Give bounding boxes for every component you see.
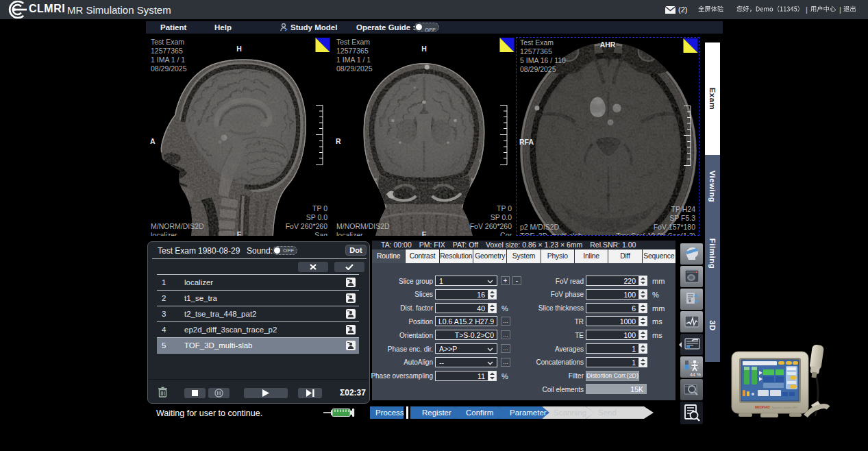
data-transfer-icon[interactable] xyxy=(680,289,703,310)
mail-count[interactable]: (2) xyxy=(678,0,687,19)
status-ta: TA: 00:00 xyxy=(381,241,412,249)
spinner-arrows-icon xyxy=(639,290,647,299)
spinner-arrows-icon xyxy=(639,358,647,367)
logout-link[interactable]: 退出 xyxy=(843,0,856,19)
remove-button[interactable] xyxy=(298,262,328,272)
sequence-row[interactable]: 3t2_tse_tra_448_pat2 xyxy=(157,306,359,322)
stop-button[interactable] xyxy=(184,388,206,398)
dot-button[interactable]: Dot xyxy=(345,245,367,256)
viewport-sagittal[interactable]: Test Exam 12577365 1 IMA 1 / 1 08/29/202… xyxy=(147,37,331,236)
spinner[interactable] xyxy=(639,330,647,340)
param-input[interactable]: 1000 xyxy=(586,316,639,326)
sequence-row[interactable]: 1localizer xyxy=(157,275,359,291)
param-readonly: 15K xyxy=(586,384,647,394)
patient-card-icon[interactable] xyxy=(346,341,356,353)
param-input[interactable]: 100 xyxy=(586,289,639,300)
svg-text:MEDRAD: MEDRAD xyxy=(755,405,770,409)
protocol-search-icon[interactable] xyxy=(680,402,703,424)
sequence-number: 2 xyxy=(162,294,166,302)
trash-icon[interactable] xyxy=(158,387,168,400)
user-center-link[interactable]: 用户中心 xyxy=(810,0,836,19)
param-label: TE xyxy=(575,332,584,339)
sound-label: Sound: xyxy=(247,246,273,256)
skip-button[interactable] xyxy=(298,388,322,398)
fullscreen-link[interactable]: 全屏体验 xyxy=(698,0,725,19)
ptab-system[interactable]: System xyxy=(507,249,541,263)
tab-viewing[interactable]: Viewing xyxy=(705,155,720,218)
overlay-tp: TP 0 xyxy=(312,204,327,213)
param-input[interactable]: 220 xyxy=(586,276,639,286)
spinner[interactable] xyxy=(639,357,647,367)
status-snr: Rel.SNR: 1.00 xyxy=(590,241,636,249)
mail-icon[interactable] xyxy=(665,0,676,19)
status-pat: PAT: Off xyxy=(453,241,478,249)
ptab-geometry[interactable]: Geometry xyxy=(473,249,507,263)
orientation-marker-icon xyxy=(499,38,514,52)
sequence-name: TOF_3D_multi-slab xyxy=(184,341,253,350)
workflow-step-process[interactable]: Process xyxy=(370,406,404,419)
sequence-number: 1 xyxy=(162,278,166,287)
image-viewer-icon[interactable] xyxy=(680,266,703,287)
play-button[interactable] xyxy=(244,388,288,398)
pause-button[interactable] xyxy=(208,388,230,398)
ptab-physio[interactable]: Physio xyxy=(541,249,575,263)
sequence-row[interactable]: 5TOF_3D_multi-slab xyxy=(157,338,359,354)
param-input[interactable]: 6 xyxy=(586,303,639,313)
svg-text:44 %: 44 % xyxy=(690,372,701,377)
exam-card-icon[interactable] xyxy=(680,334,703,355)
ptab-inline[interactable]: Inline xyxy=(575,249,608,263)
status-message: Waiting for user to continue. xyxy=(156,409,262,418)
divider xyxy=(149,379,369,380)
spinner[interactable] xyxy=(639,289,647,300)
sequence-number: 3 xyxy=(162,310,166,318)
ptab-diff[interactable]: Diff xyxy=(608,249,642,263)
spinner[interactable] xyxy=(639,316,647,326)
sequence-row[interactable]: 2t1_se_tra xyxy=(157,291,359,306)
overlay-ima: 5 IMA 16 / 110 xyxy=(520,56,566,65)
ptab-routine[interactable]: Routine xyxy=(372,249,406,263)
param-input[interactable]: 1 xyxy=(586,343,639,354)
ptab-sequence[interactable]: Sequence xyxy=(643,249,675,263)
sar-monitor-icon[interactable]: 44 % xyxy=(680,356,703,378)
sequence-row[interactable]: 4ep2d_diff_3scan_trace_p2 xyxy=(157,322,359,338)
spinner[interactable] xyxy=(639,303,647,313)
patient-card-icon[interactable] xyxy=(346,325,356,337)
param-input[interactable]: 1 xyxy=(586,357,639,367)
menu-patient[interactable]: Patient xyxy=(160,21,186,34)
menu-study-model[interactable]: Study Model xyxy=(290,21,337,34)
orientation-left: A xyxy=(150,137,156,146)
patient-card-icon[interactable] xyxy=(346,278,356,290)
spinner[interactable] xyxy=(639,343,647,354)
patient-card-icon[interactable] xyxy=(346,309,356,321)
viewport-axial[interactable]: Test Exam 12577365 5 IMA 16 / 110 08/29/… xyxy=(516,37,699,236)
patient-card-icon[interactable] xyxy=(346,293,356,306)
overlay-plane: Cor xyxy=(500,231,512,236)
signal-chart-icon[interactable] xyxy=(680,311,703,332)
overlay-sequence: TOF_3D_multi-slab xyxy=(520,232,582,236)
overlay-ima: 1 IMA 1 / 1 xyxy=(336,56,371,64)
spinner-arrows-icon xyxy=(639,330,647,339)
image-search-icon[interactable] xyxy=(680,379,703,400)
param-label: TR xyxy=(575,318,584,326)
overlay-tp: TP 0 xyxy=(497,204,512,213)
confirm-button[interactable] xyxy=(334,262,364,272)
sequence-name: t1_se_tra xyxy=(184,294,217,302)
sound-toggle[interactable]: OFF xyxy=(273,245,297,258)
ptab-resolution[interactable]: Resolution xyxy=(440,249,473,263)
param-button[interactable]: Distortion Corr.(2D) xyxy=(586,371,639,381)
separator: | xyxy=(839,0,841,19)
workflow-step-send[interactable]: Send xyxy=(586,406,654,419)
orientation-bottom: F xyxy=(333,230,515,236)
spinner[interactable] xyxy=(639,276,647,286)
ptab-contrast[interactable]: Contrast xyxy=(406,249,439,263)
overlay-fov: FoV 157*180 xyxy=(654,223,695,232)
orientation-bottom: F xyxy=(147,230,331,236)
tab-exam[interactable]: Exam xyxy=(705,42,720,155)
tab-3d[interactable]: 3D xyxy=(705,289,720,362)
param-input[interactable]: 100 xyxy=(586,330,639,340)
head-positioning-icon[interactable] xyxy=(680,243,703,265)
tab-filming[interactable]: Filming xyxy=(705,218,720,289)
viewport-coronal[interactable]: Test Exam 12577365 1 IMA 1 / 1 08/29/202… xyxy=(333,37,515,236)
operate-guide-toggle[interactable]: OFF xyxy=(414,23,439,35)
menu-help[interactable]: Help xyxy=(214,21,232,34)
